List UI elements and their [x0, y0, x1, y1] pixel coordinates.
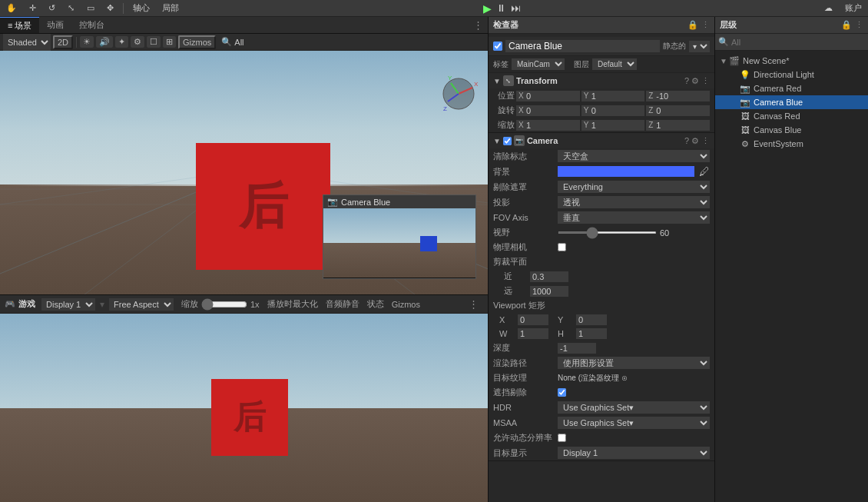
camera-header[interactable]: ▼ 📷 Camera ? ⚙ ⋮ [489, 133, 714, 148]
transform-more-icon[interactable]: ⋮ [701, 76, 710, 86]
fov-axis-select[interactable]: 垂直 [558, 211, 710, 224]
display-label-cam: 目标显示 [493, 447, 555, 459]
near-input[interactable] [530, 271, 568, 282]
scene-viewport[interactable]: 后 📷 Camera Blue X [0, 51, 488, 294]
vp-x-input[interactable] [518, 314, 548, 325]
tag-select[interactable]: MainCam [512, 58, 565, 70]
tab-anim[interactable]: 动画 [39, 17, 71, 33]
hierarchy-more-icon[interactable]: ⋮ [855, 20, 863, 30]
physical-checkbox[interactable] [558, 243, 566, 251]
rot-x-val[interactable]: 0 [526, 106, 578, 115]
hier-item-canvas-red[interactable]: 🖼 Canvas Red [715, 109, 868, 123]
fov-slider[interactable] [558, 231, 657, 234]
vp-h-input[interactable] [576, 328, 607, 339]
scene-char: 后 [239, 173, 288, 240]
hier-item-canvas-blue[interactable]: 🖼 Canvas Blue [715, 123, 868, 137]
rotate-tool-icon[interactable]: ↺ [45, 2, 58, 14]
rot-label: 旋转 [493, 105, 515, 116]
tab-console[interactable]: 控制台 [71, 17, 112, 33]
scene-settings-icon[interactable]: ⚙ [131, 36, 144, 48]
pivot-button[interactable]: 轴心 [130, 2, 153, 15]
render-path-select[interactable]: 使用图形设置 [558, 357, 710, 369]
transform-settings-icon[interactable]: ⚙ [691, 76, 699, 86]
mute-label[interactable]: 音频静音 [326, 298, 359, 310]
hier-item-cam-blue[interactable]: 📷 Camera Blue [715, 95, 868, 109]
camera-help-icon[interactable]: ? [684, 136, 689, 146]
vp-y-input[interactable] [576, 314, 607, 325]
object-name-input[interactable] [505, 40, 660, 52]
pos-x-val[interactable]: 0 [526, 91, 578, 101]
pause-button[interactable]: ⏸ [496, 2, 506, 14]
bg-color-picker[interactable] [558, 166, 694, 177]
transform-tool-icon[interactable]: ✥ [104, 2, 117, 14]
inspector-more-icon[interactable]: ⋮ [701, 20, 710, 30]
hand-tool-icon[interactable]: ✋ [3, 2, 20, 14]
camera-more-icon[interactable]: ⋮ [701, 136, 710, 146]
step-button[interactable]: ⏭ [511, 2, 521, 14]
hier-item-new-scene[interactable]: ▼ 🎬 New Scene* [715, 54, 868, 68]
culling-select[interactable]: Everything [558, 181, 710, 193]
object-active-checkbox[interactable] [493, 42, 502, 51]
hierarchy-lock-icon[interactable]: 🔒 [841, 20, 852, 30]
hier-item-event-sys[interactable]: ⚙ EventSystem [715, 137, 868, 151]
aspect-select[interactable]: Free Aspect [109, 298, 174, 311]
static-select[interactable]: ▾ [689, 41, 710, 52]
transform-header[interactable]: ▼ ⤡ Transform ? ⚙ ⋮ [489, 73, 714, 88]
global-button[interactable]: 局部 [159, 2, 182, 15]
account-button[interactable]: 账户 [842, 2, 865, 15]
layer-select[interactable]: Default [592, 58, 637, 70]
rot-z-val[interactable]: 0 [656, 106, 707, 115]
eyedropper-icon[interactable]: 🖊 [699, 165, 710, 178]
render-path-row: 渲染路径 使用图形设置 [489, 355, 714, 371]
camera-active-checkbox[interactable] [503, 137, 512, 145]
gizmos-button[interactable]: Gizmos [178, 35, 216, 49]
rect-tool-icon[interactable]: ▭ [84, 2, 98, 14]
game-more-icon[interactable]: ⋮ [469, 298, 483, 310]
hier-search-input[interactable] [731, 38, 865, 47]
hier-item-dir-light[interactable]: 💡 Directional Light [715, 68, 868, 81]
pos-y-val[interactable]: 1 [591, 91, 643, 101]
hdr-select[interactable]: Use Graphics Set▾ [558, 401, 710, 414]
rot-y-val[interactable]: 0 [591, 106, 643, 115]
depth-input[interactable] [558, 343, 596, 354]
move-tool-icon[interactable]: ✛ [26, 2, 39, 14]
audio-icon[interactable]: 🔊 [96, 36, 113, 48]
hier-item-cam-red[interactable]: 📷 Camera Red [715, 81, 868, 95]
rot-fields: X 0 Y 0 Z 0 [516, 105, 710, 116]
msaa-select[interactable]: Use Graphics Set▾ [558, 417, 710, 429]
proj-select[interactable]: 透视 [558, 196, 710, 208]
scene-tool-icon[interactable]: ☐ [147, 36, 161, 48]
display-select-cam[interactable]: Display 1 [558, 447, 710, 459]
display-select[interactable]: Display 1 [41, 298, 95, 311]
scene-more-icon[interactable]: ⊞ [163, 36, 176, 48]
scene-search-input[interactable] [234, 38, 273, 47]
gizmos-label[interactable]: Gizmos [392, 300, 420, 309]
status-label[interactable]: 状态 [367, 298, 384, 310]
shaded-select[interactable]: Shaded [3, 34, 51, 51]
fx-icon[interactable]: ✦ [115, 36, 128, 48]
occlusion-checkbox[interactable] [558, 388, 566, 397]
transform-help-icon[interactable]: ? [684, 76, 689, 86]
light-icon[interactable]: ☀ [80, 36, 94, 48]
pos-z-val[interactable]: -10 [656, 91, 707, 101]
dynamic-checkbox[interactable] [558, 434, 566, 442]
viewport-label-row: Viewport 矩形 [489, 298, 714, 313]
scale-x-val[interactable]: 1 [526, 121, 578, 130]
scale-tool-icon[interactable]: ⤡ [65, 2, 78, 14]
scale-z-val[interactable]: 1 [656, 121, 707, 130]
game-title: 游戏 [18, 298, 35, 310]
play-button[interactable]: ▶ [483, 2, 492, 15]
tab-scene[interactable]: ≡ 场景 [0, 17, 39, 33]
clear-flags-select[interactable]: 天空盒 [558, 150, 710, 162]
scale-slider[interactable] [201, 298, 247, 311]
lock-icon[interactable]: 🔒 [687, 20, 698, 30]
2d-button[interactable]: 2D [53, 35, 73, 49]
vp-w-input[interactable] [518, 328, 548, 339]
far-input[interactable] [530, 286, 568, 297]
camera-settings-icon[interactable]: ⚙ [691, 136, 699, 146]
collab-icon[interactable]: ☁ [821, 2, 836, 14]
hierarchy-title: 层级 [720, 19, 737, 31]
max-label[interactable]: 播放时最大化 [267, 298, 318, 310]
tab-more-icon[interactable]: ⋮ [473, 19, 488, 31]
scale-y-val[interactable]: 1 [591, 121, 643, 130]
